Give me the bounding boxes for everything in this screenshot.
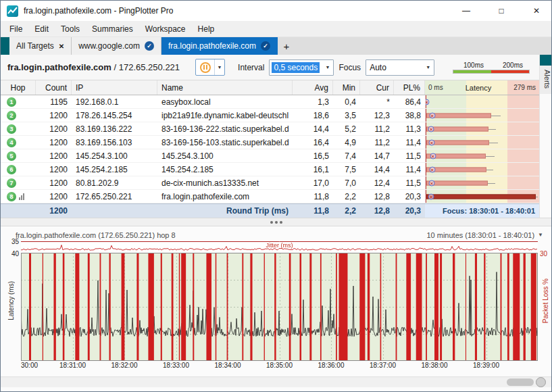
table-row[interactable]: 61200145.254.2.185145.254.2.18516,17,514… bbox=[1, 163, 539, 176]
latency-cell: ✕ bbox=[425, 176, 539, 189]
menu-item-help[interactable]: Help bbox=[192, 22, 221, 36]
cell-cur: 14,4 bbox=[360, 165, 394, 174]
packet-loss-axis-label: Packet Loss % bbox=[542, 278, 549, 323]
header-min[interactable]: Min bbox=[333, 80, 360, 95]
latency-bar bbox=[426, 167, 486, 172]
cell-count: 1200 bbox=[36, 178, 72, 188]
pingplotter-window: fra.login.pathofexile.com - PingPlotter … bbox=[0, 0, 552, 392]
cell-min: 3,5 bbox=[333, 111, 360, 120]
tab-www-google-com[interactable]: www.google.com✓ bbox=[72, 37, 161, 55]
table-row[interactable]: 3120083.169.136.22283-169-136-222.static… bbox=[1, 122, 539, 136]
interval-value[interactable]: 0,5 seconds bbox=[272, 62, 320, 73]
alerts-tab[interactable]: Alerts bbox=[540, 66, 551, 94]
new-tab-button[interactable]: + bbox=[278, 37, 295, 55]
cell-pl: 38,8 bbox=[394, 111, 425, 120]
focus-combo[interactable]: Auto ▼ bbox=[366, 59, 434, 76]
scrollbar-knob[interactable] bbox=[536, 377, 546, 387]
menu-item-file[interactable]: File bbox=[3, 22, 28, 36]
tab-check-icon[interactable]: ✓ bbox=[145, 41, 154, 51]
tab-fra-login-pathofexile-com[interactable]: fra.login.pathofexile.com✓ bbox=[161, 37, 278, 55]
cell-name: 83-169-136-222.static.superkabel.d bbox=[157, 124, 293, 134]
focus-range[interactable]: Focus: 18:30:01 - 18:40:01 bbox=[425, 204, 539, 218]
time-range-button[interactable]: 10 minutes (18:30:01 - 18:40:01) ▼ bbox=[426, 231, 543, 239]
table-row[interactable]: 7120080.81.202.9de-cix-munich.as13335.ne… bbox=[1, 176, 539, 190]
latency-bar bbox=[426, 126, 488, 131]
table-row[interactable]: 81200172.65.250.221fra.login.pathofexile… bbox=[1, 190, 539, 203]
tab-check-icon[interactable]: ✓ bbox=[261, 41, 270, 51]
header-hop[interactable]: Hop bbox=[1, 80, 36, 95]
table-row[interactable]: 21200178.26.145.254ipb21a91fe.dynamic.ka… bbox=[1, 109, 539, 122]
cell-ip: 145.254.2.185 bbox=[72, 165, 157, 174]
table-row[interactable]: 4120083.169.156.10383-169-156-103.static… bbox=[1, 136, 539, 149]
cell-ip: 192.168.0.1 bbox=[72, 97, 157, 107]
hop-badge: 5 bbox=[7, 151, 16, 161]
interval-combo[interactable]: 0,5 seconds ▼ bbox=[269, 59, 334, 76]
hop-badge: 7 bbox=[7, 178, 16, 188]
focus-value[interactable]: Auto bbox=[366, 62, 390, 74]
maximize-button[interactable]: □ bbox=[486, 1, 516, 21]
alerts-accent bbox=[540, 55, 551, 66]
trace-view: fra.login.pathofexile.com / 172.65.250.2… bbox=[1, 55, 539, 218]
chevron-down-icon[interactable]: ▼ bbox=[422, 60, 434, 75]
cell-name: easybox.local bbox=[157, 97, 293, 107]
latency-cell: ✕ bbox=[425, 190, 539, 203]
latency-cell: ✕ bbox=[425, 136, 539, 149]
header-name[interactable]: Name bbox=[157, 80, 293, 95]
footer-cur: 12,8 bbox=[360, 206, 394, 216]
pause-button[interactable]: ▼ bbox=[195, 59, 225, 76]
horizontal-scrollbar[interactable] bbox=[1, 376, 551, 387]
legend-green-bar bbox=[453, 70, 491, 73]
legend-labels: 100ms 200ms bbox=[453, 62, 530, 70]
graph-title: fra.login.pathofexile.com (172.65.250.22… bbox=[16, 231, 176, 239]
minimize-button[interactable]: — bbox=[451, 1, 481, 21]
latency-cell: ✕ bbox=[425, 122, 539, 135]
cell-hop: 2 bbox=[1, 111, 36, 120]
cell-pl: 11,5 bbox=[394, 151, 425, 161]
target-host: fra.login.pathofexile.com bbox=[7, 62, 111, 72]
timeline-canvas[interactable] bbox=[21, 241, 538, 361]
hop-badge: 2 bbox=[7, 111, 16, 120]
latency-marker: ✕ bbox=[425, 99, 430, 105]
cell-cur: * bbox=[360, 97, 394, 107]
table-row[interactable]: 11195192.168.0.1easybox.local1,30,4*86,4… bbox=[1, 95, 539, 109]
x-tick: 18:39:00 bbox=[473, 362, 499, 369]
header-pl[interactable]: PL% bbox=[394, 80, 425, 95]
cell-hop: 4 bbox=[1, 138, 36, 147]
cell-name: 145.254.3.100 bbox=[157, 151, 293, 161]
pause-icon[interactable] bbox=[196, 59, 214, 75]
x-tick: 18:32:00 bbox=[111, 362, 138, 369]
table-row[interactable]: 51200145.254.3.100145.254.3.10016,57,414… bbox=[1, 149, 539, 163]
cell-ip: 178.26.145.254 bbox=[72, 111, 157, 120]
menu-item-workspace[interactable]: Workspace bbox=[139, 22, 192, 36]
cell-min: 5,2 bbox=[333, 124, 360, 134]
header-avg[interactable]: Avg bbox=[293, 80, 333, 95]
chevron-down-icon[interactable]: ▼ bbox=[322, 60, 333, 75]
header-count[interactable]: Count bbox=[36, 80, 72, 95]
time-range-label: 10 minutes (18:30:01 - 18:40:01) bbox=[426, 231, 534, 239]
cell-count: 1200 bbox=[36, 165, 72, 174]
menu-item-summaries[interactable]: Summaries bbox=[86, 22, 139, 36]
cell-name: ipb21a91fe.dynamic.kabel-deutschl bbox=[157, 111, 293, 120]
timeline-plot[interactable]: Jitter (ms) bbox=[21, 241, 538, 361]
x-tick: 18:34:00 bbox=[215, 362, 241, 369]
header-cur[interactable]: Cur bbox=[360, 80, 394, 95]
menu-item-tools[interactable]: Tools bbox=[55, 22, 86, 36]
chevron-down-icon[interactable]: ▼ bbox=[214, 59, 224, 75]
scrollbar-thumb[interactable] bbox=[507, 378, 534, 386]
header-ip[interactable]: IP bbox=[72, 80, 157, 95]
cell-hop: 7 bbox=[1, 178, 36, 188]
cell-cur: 14,7 bbox=[360, 151, 394, 161]
latency-axis-label: Latency (ms) bbox=[7, 281, 15, 320]
cell-cur: 12,8 bbox=[360, 192, 394, 201]
splitter-handle[interactable] bbox=[1, 218, 551, 226]
tab-close-icon[interactable]: ✕ bbox=[59, 43, 64, 50]
target-label: fra.login.pathofexile.com / 172.65.250.2… bbox=[7, 62, 180, 72]
jitter-label: Jitter (ms) bbox=[266, 242, 293, 249]
footer-label: Round Trip (ms) bbox=[157, 206, 293, 216]
menu-item-edit[interactable]: Edit bbox=[28, 22, 55, 36]
latency-legend: 100ms 200ms bbox=[453, 62, 532, 74]
cell-count: 1200 bbox=[36, 192, 72, 201]
close-button[interactable]: ✕ bbox=[522, 1, 551, 21]
cell-pl: 86,4 bbox=[394, 97, 425, 107]
tab-all-targets[interactable]: All Targets✕ bbox=[9, 37, 72, 55]
